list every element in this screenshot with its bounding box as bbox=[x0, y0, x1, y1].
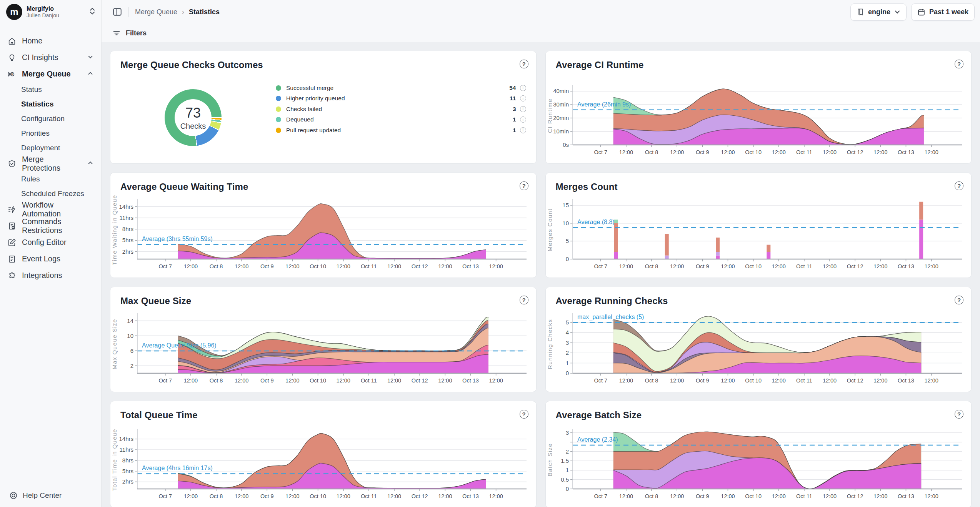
help-icon[interactable]: ? bbox=[520, 410, 528, 419]
sidebar-item-merge-protections[interactable]: Merge Protections bbox=[4, 155, 97, 172]
svg-text:Oct 12: Oct 12 bbox=[847, 149, 863, 155]
legend-item[interactable]: Pull request updated1i bbox=[276, 125, 526, 136]
sidebar-item-ci-insights[interactable]: CI Insights bbox=[4, 49, 97, 66]
svg-text:3: 3 bbox=[565, 339, 568, 346]
sidebar-item-status[interactable]: Status bbox=[4, 82, 97, 97]
svg-text:12:00: 12:00 bbox=[721, 493, 735, 499]
svg-text:Oct 11: Oct 11 bbox=[361, 263, 377, 269]
help-icon[interactable]: ? bbox=[955, 60, 963, 68]
breadcrumb: Merge Queue › Statistics bbox=[135, 8, 220, 16]
workflow-icon bbox=[8, 205, 16, 214]
sidebar-item-priorities[interactable]: Priorities bbox=[4, 126, 97, 141]
svg-text:Oct 13: Oct 13 bbox=[898, 377, 914, 384]
svg-text:12:00: 12:00 bbox=[619, 149, 633, 155]
legend-item[interactable]: Dequeued1i bbox=[276, 115, 526, 125]
svg-text:Oct 7: Oct 7 bbox=[158, 493, 172, 499]
sidebar-item-configuration[interactable]: Configuration bbox=[4, 111, 97, 126]
svg-text:12:00: 12:00 bbox=[285, 493, 299, 499]
time-range-button[interactable]: Past 1 week bbox=[911, 3, 975, 21]
chart-plot[interactable]: 012345max_parallel_checks (5)Oct 712:00O… bbox=[546, 309, 972, 390]
workspace-switcher[interactable]: m Mergifyio Julien Danjou bbox=[0, 0, 101, 24]
legend-item[interactable]: Successful merge54i bbox=[276, 83, 526, 93]
svg-text:Max Queue Size: Max Queue Size bbox=[111, 319, 118, 369]
chart-plot[interactable]: 2hrs5hrs8hrs11hrs14hrsAverage (3hrs 55mi… bbox=[110, 194, 536, 276]
svg-text:12:00: 12:00 bbox=[670, 493, 684, 499]
svg-text:11hrs: 11hrs bbox=[120, 214, 133, 221]
help-icon[interactable]: ? bbox=[520, 296, 528, 304]
legend-item[interactable]: Higher priority queued11i bbox=[276, 93, 526, 104]
svg-text:1: 1 bbox=[565, 467, 568, 473]
svg-text:12:00: 12:00 bbox=[235, 377, 248, 384]
help-icon[interactable]: ? bbox=[955, 296, 963, 304]
svg-text:15: 15 bbox=[562, 202, 569, 208]
svg-text:12:00: 12:00 bbox=[721, 263, 735, 269]
chart-plot[interactable]: 2hrs5hrs8hrs11hrs14hrsAverage (4hrs 16mi… bbox=[110, 424, 536, 506]
home-icon bbox=[8, 37, 16, 45]
svg-text:12:00: 12:00 bbox=[235, 493, 248, 499]
svg-text:2hrs: 2hrs bbox=[122, 248, 133, 255]
sidebar-item-home[interactable]: Home bbox=[4, 33, 97, 49]
help-center-link[interactable]: Help Center bbox=[0, 484, 101, 507]
help-icon[interactable]: ? bbox=[520, 181, 528, 190]
svg-text:Oct 7: Oct 7 bbox=[158, 377, 172, 384]
checks-total-label: Checks bbox=[180, 122, 206, 131]
chevron-up-down-icon[interactable] bbox=[89, 7, 96, 17]
info-icon[interactable]: i bbox=[520, 127, 526, 133]
sidebar-item-config-editor[interactable]: Config Editor bbox=[4, 234, 97, 251]
svg-text:12:00: 12:00 bbox=[285, 263, 299, 269]
svg-text:12:00: 12:00 bbox=[337, 263, 350, 269]
breadcrumb-merge-queue[interactable]: Merge Queue bbox=[135, 8, 177, 16]
svg-text:12:00: 12:00 bbox=[873, 493, 887, 499]
svg-text:12:00: 12:00 bbox=[670, 377, 684, 384]
sidebar-item-commands-restrictions[interactable]: Commands Restrictions bbox=[4, 218, 97, 234]
sidebar-item-merge-queue[interactable]: RMerge Queue bbox=[4, 66, 97, 82]
sidebar-item-rules[interactable]: Rules bbox=[4, 172, 97, 186]
svg-text:12:00: 12:00 bbox=[184, 493, 198, 499]
sidebar-item-integrations[interactable]: Integrations bbox=[4, 267, 97, 284]
info-icon[interactable]: i bbox=[520, 85, 526, 91]
svg-text:12:00: 12:00 bbox=[873, 377, 887, 384]
svg-text:Oct 9: Oct 9 bbox=[260, 263, 274, 269]
svg-text:12:00: 12:00 bbox=[489, 263, 503, 269]
svg-text:Oct 9: Oct 9 bbox=[696, 149, 709, 155]
svg-text:0s: 0s bbox=[563, 141, 569, 148]
svg-text:Oct 12: Oct 12 bbox=[847, 493, 863, 499]
sidebar-toggle-icon[interactable] bbox=[112, 7, 122, 17]
chart-plot[interactable]: 051015Average (8.8)Oct 712:00Oct 812:00O… bbox=[546, 194, 972, 276]
svg-text:12:00: 12:00 bbox=[924, 149, 938, 155]
svg-text:12:00: 12:00 bbox=[822, 493, 836, 499]
file-lock-icon bbox=[8, 222, 16, 230]
chart-plot[interactable]: 261014Average Queue Size (5.96)Oct 712:0… bbox=[110, 309, 536, 390]
help-icon[interactable]: ? bbox=[955, 410, 963, 419]
legend-value: 1 bbox=[513, 127, 516, 134]
svg-text:Oct 10: Oct 10 bbox=[310, 493, 326, 499]
chevron-down-icon bbox=[894, 9, 900, 15]
chevron-up-icon bbox=[87, 70, 93, 78]
sidebar-nav: HomeCI InsightsRMerge QueueStatusStatist… bbox=[0, 24, 101, 484]
time-range-label: Past 1 week bbox=[929, 8, 968, 16]
chart-plot[interactable]: 0s10min20min30min40minAverage (26min 9s)… bbox=[546, 73, 972, 162]
help-icon[interactable]: ? bbox=[955, 181, 963, 190]
svg-text:2hrs: 2hrs bbox=[122, 478, 133, 485]
legend-item[interactable]: Checks failed3i bbox=[276, 104, 526, 115]
chart-plot[interactable]: 00.511.523Average (2.34)Oct 712:00Oct 81… bbox=[546, 424, 972, 506]
chart-card-average-queue-waiting-time: Average Queue Waiting Time?2hrs5hrs8hrs1… bbox=[110, 173, 537, 278]
divider bbox=[128, 7, 129, 17]
repository-select[interactable]: engine bbox=[850, 3, 907, 21]
help-icon[interactable]: ? bbox=[520, 60, 528, 68]
svg-text:12:00: 12:00 bbox=[772, 493, 785, 499]
info-icon[interactable]: i bbox=[520, 95, 526, 101]
legend-dot bbox=[276, 106, 281, 112]
filters-bar[interactable]: Filters bbox=[102, 24, 980, 42]
info-icon[interactable]: i bbox=[520, 106, 526, 112]
sidebar-item-scheduled-freezes[interactable]: Scheduled Freezes bbox=[4, 186, 97, 201]
legend-label: Successful merge bbox=[286, 85, 509, 91]
info-icon[interactable]: i bbox=[520, 116, 526, 123]
svg-text:12:00: 12:00 bbox=[489, 377, 503, 384]
sidebar-item-statistics[interactable]: Statistics bbox=[4, 97, 97, 111]
checks-outcomes-donut[interactable]: 73Checks bbox=[165, 89, 222, 146]
sidebar-item-deployment[interactable]: Deployment bbox=[4, 141, 97, 155]
sidebar-item-workflow-automation[interactable]: Workflow Automation bbox=[4, 201, 97, 218]
user-name: Julien Danjou bbox=[27, 12, 85, 18]
sidebar-item-event-logs[interactable]: Event Logs bbox=[4, 251, 97, 267]
